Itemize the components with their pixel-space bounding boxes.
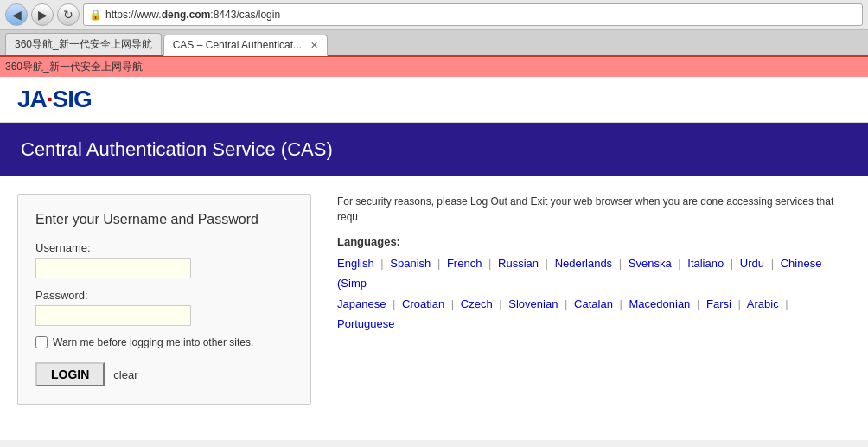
username-label: Username:	[35, 241, 293, 254]
lang-italiano[interactable]: Italiano	[687, 257, 724, 270]
warn-checkbox[interactable]	[35, 336, 48, 348]
bookmark-bar: 360导航_新一代安全上网导航	[0, 57, 868, 77]
lang-macedonian[interactable]: Macedonian	[629, 297, 691, 310]
tab-360-label: 360导航_新一代安全上网导航	[15, 37, 152, 52]
right-panel: For security reasons, please Log Out and…	[337, 194, 851, 405]
lang-svenska[interactable]: Svenska	[629, 257, 672, 270]
sep10: |	[451, 297, 454, 310]
lang-portuguese[interactable]: Portuguese	[337, 317, 395, 330]
username-group: Username:	[35, 241, 293, 278]
login-box: Enter your Username and Password Usernam…	[17, 194, 311, 405]
lang-czech[interactable]: Czech	[461, 297, 493, 310]
cas-banner: Central Authentication Service (CAS)	[0, 123, 868, 176]
sep14: |	[697, 297, 699, 310]
warn-checkbox-label: Warn me before logging me into other sit…	[53, 336, 253, 348]
lang-slovenian[interactable]: Slovenian	[508, 297, 558, 310]
browser-chrome: ◀ ▶ ↻ 🔒 https://www.deng.com:8443/cas/lo…	[0, 0, 868, 77]
tab-cas-label: CAS – Central Authenticat...	[173, 39, 302, 51]
languages-label: Languages:	[337, 235, 851, 248]
sep7: |	[731, 257, 733, 270]
cas-banner-title: Central Authentication Service (CAS)	[21, 138, 847, 161]
sep3: |	[488, 257, 491, 270]
jasig-logo: JA·SIG	[17, 86, 851, 113]
username-input[interactable]	[35, 258, 191, 278]
lang-nederlands[interactable]: Nederlands	[555, 257, 613, 270]
sep16: |	[785, 297, 788, 310]
lang-catalan[interactable]: Catalan	[574, 297, 613, 310]
lang-urdu[interactable]: Urdu	[740, 257, 764, 270]
secure-icon: 🔒	[89, 9, 102, 21]
sep15: |	[738, 297, 741, 310]
password-group: Password:	[35, 289, 293, 326]
browser-toolbar: ◀ ▶ ↻ 🔒 https://www.deng.com:8443/cas/lo…	[0, 0, 868, 30]
login-button[interactable]: LOGIN	[35, 362, 105, 386]
tab-360[interactable]: 360导航_新一代安全上网导航	[5, 33, 162, 55]
bookmark-item[interactable]: 360导航_新一代安全上网导航	[5, 60, 143, 74]
lang-spanish[interactable]: Spanish	[390, 257, 431, 270]
lang-farsi[interactable]: Farsi	[706, 297, 731, 310]
sep4: |	[546, 257, 548, 270]
lang-japanese[interactable]: Japanese	[337, 297, 386, 310]
languages-list: English | Spanish | French | Russian | N…	[337, 253, 851, 335]
lang-french[interactable]: French	[447, 257, 482, 270]
back-button[interactable]: ◀	[5, 3, 28, 26]
sep8: |	[771, 257, 774, 270]
btn-row: LOGIN clear	[35, 362, 293, 386]
password-label: Password:	[35, 289, 293, 302]
sep5: |	[619, 257, 622, 270]
login-box-title: Enter your Username and Password	[35, 212, 293, 227]
forward-button[interactable]: ▶	[31, 3, 54, 26]
address-text: https://www.deng.com:8443/cas/login	[105, 9, 280, 21]
sep6: |	[678, 257, 680, 270]
lang-english[interactable]: English	[337, 257, 374, 270]
languages-section: Languages: English | Spanish | French | …	[337, 235, 851, 335]
sep2: |	[437, 257, 440, 270]
main-content: Enter your Username and Password Usernam…	[0, 176, 868, 422]
sep9: |	[393, 297, 395, 310]
tab-close-icon[interactable]: ✕	[310, 40, 318, 51]
sep1: |	[380, 257, 383, 270]
address-bar[interactable]: 🔒 https://www.deng.com:8443/cas/login	[83, 3, 863, 26]
page-header: JA·SIG	[0, 77, 868, 123]
lang-croatian[interactable]: Croatian	[402, 297, 444, 310]
password-input[interactable]	[35, 305, 191, 326]
lang-russian[interactable]: Russian	[498, 257, 539, 270]
sep11: |	[499, 297, 501, 310]
sep13: |	[620, 297, 622, 310]
clear-link[interactable]: clear	[113, 368, 137, 381]
refresh-button[interactable]: ↻	[57, 3, 80, 26]
security-message: For security reasons, please Log Out and…	[337, 194, 851, 225]
tab-cas[interactable]: CAS – Central Authenticat... ✕	[163, 35, 328, 56]
page-content: JA·SIG Central Authentication Service (C…	[0, 77, 868, 440]
sep12: |	[565, 297, 567, 310]
tab-bar: 360导航_新一代安全上网导航 CAS – Central Authentica…	[0, 30, 868, 57]
lang-arabic[interactable]: Arabic	[747, 297, 779, 310]
warn-checkbox-group: Warn me before logging me into other sit…	[35, 336, 293, 348]
